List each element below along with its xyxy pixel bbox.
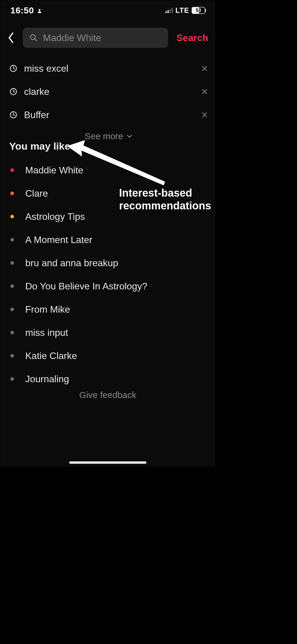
annotation-line2: recommendations	[119, 200, 211, 212]
close-icon[interactable]	[201, 88, 208, 95]
suggestion-item[interactable]: A Moment Later	[9, 228, 206, 251]
phone-frame: 16:50 LTE 53	[0, 0, 216, 467]
battery-icon: 53	[192, 7, 205, 14]
recent-item[interactable]: miss excel	[9, 57, 208, 80]
clock-icon	[9, 64, 18, 73]
clock-icon	[9, 87, 18, 96]
status-time: 16:50	[10, 5, 34, 15]
battery-percent: 53	[196, 8, 201, 13]
recent-item-label: clarke	[24, 86, 201, 97]
give-feedback-button[interactable]: Give feedback	[0, 390, 215, 400]
clock-icon	[9, 111, 18, 119]
trend-dot-icon	[10, 308, 14, 311]
trend-dot-icon	[10, 215, 14, 218]
recent-item[interactable]: clarke	[9, 80, 208, 103]
search-icon	[29, 34, 38, 42]
close-icon[interactable]	[201, 65, 208, 72]
chevron-left-icon	[7, 32, 15, 44]
suggestion-label: Katie Clarke	[25, 350, 77, 361]
suggestion-item[interactable]: From Mike	[9, 298, 206, 321]
search-query-text: Maddie White	[43, 32, 101, 43]
suggestion-item[interactable]: miss input	[9, 321, 206, 344]
trend-dot-icon	[10, 331, 14, 334]
suggestion-label: miss input	[25, 327, 68, 338]
you-may-like-section: You may like Maddie White Clare Astrolog…	[0, 139, 215, 391]
person-icon	[37, 8, 42, 14]
suggestion-item[interactable]: Do You Believe In Astrology?	[9, 275, 206, 298]
recent-item-label: miss excel	[24, 63, 201, 74]
suggestion-label: A Moment Later	[25, 234, 92, 245]
trend-dot-icon	[10, 284, 14, 288]
close-icon[interactable]	[201, 111, 208, 118]
signal-icon	[165, 8, 173, 13]
suggestion-label: Maddie White	[25, 165, 83, 176]
suggestion-label: From Mike	[25, 304, 70, 315]
carrier-label: LTE	[175, 6, 189, 15]
svg-point-0	[39, 9, 40, 11]
you-may-like-title: You may like	[9, 139, 206, 159]
search-input[interactable]: Maddie White	[23, 28, 168, 48]
status-left: 16:50	[10, 5, 42, 15]
trend-dot-icon	[10, 168, 14, 172]
suggestion-item[interactable]: Maddie White	[9, 159, 206, 182]
recent-item[interactable]: Buffer	[9, 103, 208, 126]
home-indicator[interactable]	[69, 461, 146, 464]
suggestion-label: Astrology Tips	[25, 211, 85, 222]
suggestion-label: Do You Believe In Astrology?	[25, 281, 147, 292]
suggestion-item[interactable]: bru and anna breakup	[9, 251, 206, 275]
search-header: Maddie White Search	[0, 28, 215, 48]
trend-dot-icon	[10, 377, 14, 381]
trend-dot-icon	[10, 192, 14, 195]
search-action-button[interactable]: Search	[175, 32, 208, 43]
suggestion-label: Clare	[25, 188, 48, 199]
back-button[interactable]	[6, 31, 16, 45]
svg-line-2	[35, 39, 37, 41]
status-right: LTE 53	[165, 6, 205, 15]
chevron-down-icon	[126, 134, 133, 138]
recent-item-label: Buffer	[24, 109, 201, 120]
status-bar: 16:50 LTE 53	[0, 0, 215, 21]
recent-searches: miss excel clarke Buffer	[0, 54, 215, 144]
trend-dot-icon	[10, 261, 14, 265]
suggestion-item[interactable]: Katie Clarke	[9, 344, 206, 367]
suggestion-item[interactable]: Journaling	[9, 367, 206, 391]
trend-dot-icon	[10, 354, 14, 358]
trend-dot-icon	[10, 238, 14, 242]
annotation-label: Interest-based recommendations	[119, 187, 211, 212]
suggestion-label: bru and anna breakup	[25, 258, 118, 269]
suggestion-label: Journaling	[25, 374, 69, 385]
annotation-line1: Interest-based	[119, 187, 192, 199]
